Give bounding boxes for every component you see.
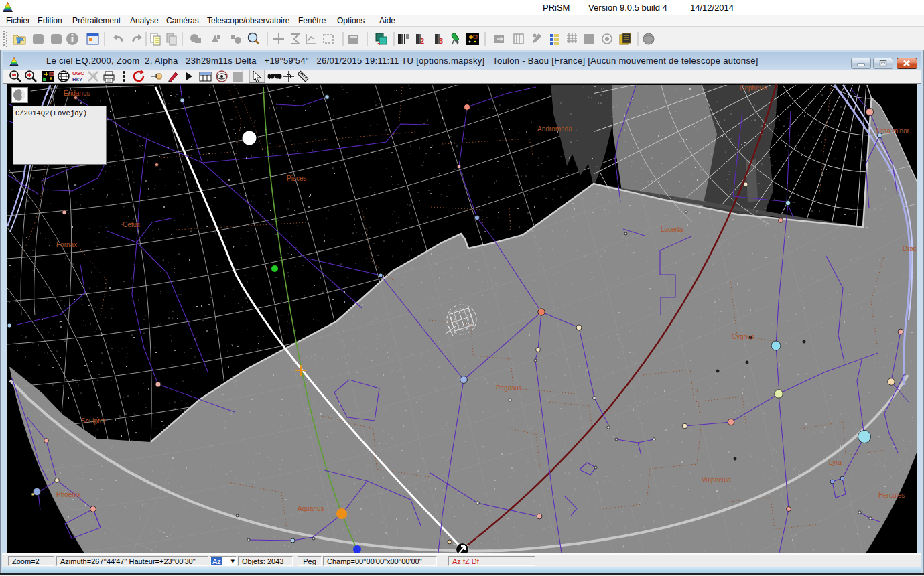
svg-text:Phoenix: Phoenix bbox=[56, 491, 80, 498]
svg-text:Andromeda: Andromeda bbox=[537, 125, 572, 133]
svg-text:Ursa minor: Ursa minor bbox=[876, 127, 910, 135]
svg-text:Pisces: Pisces bbox=[287, 175, 306, 182]
svg-text:Cepheus: Cepheus bbox=[740, 84, 767, 92]
svg-text:Pegasus: Pegasus bbox=[496, 384, 522, 392]
svg-text:3: 3 bbox=[439, 37, 443, 45]
svg-text:Draco: Draco bbox=[903, 245, 917, 253]
svg-text:Cetus: Cetus bbox=[123, 221, 140, 228]
svg-text:Sculptor: Sculptor bbox=[81, 417, 106, 425]
svg-text:2: 2 bbox=[420, 37, 424, 45]
svg-text:Hercules: Hercules bbox=[878, 492, 905, 499]
svg-text:Lyra: Lyra bbox=[829, 459, 842, 466]
svg-text:Eridanus: Eridanus bbox=[64, 90, 90, 97]
svg-text:Vulpecula: Vulpecula bbox=[702, 476, 731, 484]
svg-text:Fornax: Fornax bbox=[56, 241, 77, 248]
svg-text:Cygnus: Cygnus bbox=[732, 333, 754, 340]
svg-text:UGC: UGC bbox=[72, 70, 84, 76]
svg-text:Aquarius: Aquarius bbox=[298, 505, 324, 512]
svg-text:Rk?: Rk? bbox=[72, 76, 82, 82]
svg-text:Lacerta: Lacerta bbox=[661, 226, 683, 233]
